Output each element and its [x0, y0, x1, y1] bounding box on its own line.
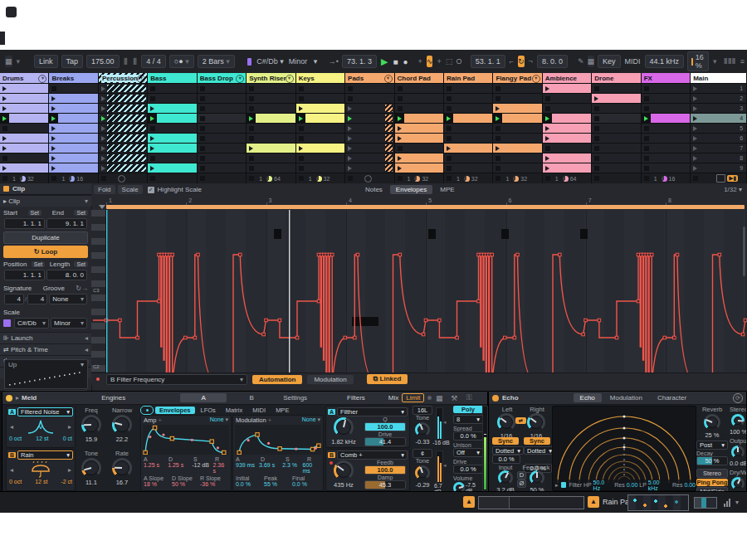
clip-stop-button[interactable] — [642, 94, 690, 103]
clip-stop-button[interactable] — [296, 124, 344, 133]
clip-slot[interactable] — [345, 114, 393, 123]
scene-launch-button[interactable]: 2 — [691, 94, 746, 103]
clip-stop-button[interactable] — [493, 163, 541, 173]
groove-commit-icon[interactable]: ↻→ — [76, 285, 88, 292]
clip-slot[interactable] — [345, 153, 393, 163]
clip-stop-button[interactable] — [148, 124, 196, 133]
track-header[interactable]: Pads▾ — [345, 73, 393, 83]
clip-stop-button[interactable] — [148, 94, 196, 103]
unison-select[interactable]: Off▾ — [453, 448, 483, 457]
loop-start-field[interactable]: 53. 1. 1 — [471, 55, 505, 68]
scene-launch-button[interactable]: 3 — [691, 104, 746, 113]
clip-slot[interactable] — [0, 94, 48, 103]
clip-stop-button[interactable] — [247, 134, 295, 143]
keyboard-icon[interactable]: ▦ — [433, 392, 445, 404]
reverb-position-select[interactable]: Post▾ — [696, 441, 728, 450]
automation-tab[interactable]: Automation — [252, 375, 302, 384]
clip-slot[interactable] — [0, 114, 48, 123]
clip-slot[interactable] — [49, 153, 97, 163]
clip-slot[interactable] — [99, 134, 147, 143]
engine-b-select[interactable]: Rain▾ — [17, 450, 73, 460]
clip-slot[interactable] — [49, 144, 97, 153]
input-gain-knob[interactable]: 3.2 dB — [494, 470, 517, 494]
clip-slot[interactable] — [543, 163, 591, 173]
clip-stop-button[interactable] — [642, 124, 690, 133]
clip-stop-button[interactable] — [0, 124, 48, 133]
clip-stop-button[interactable] — [592, 144, 640, 153]
dry-wet-knob[interactable]: 59 % — [730, 477, 746, 489]
track-header[interactable]: Bass Drop▾ — [198, 73, 246, 83]
clip-slot[interactable] — [49, 134, 97, 143]
clip-slot[interactable] — [493, 114, 541, 123]
position-set-button[interactable]: Set — [32, 261, 46, 267]
clip-stop-button[interactable] — [493, 153, 541, 163]
decay-field[interactable]: 1.25 s — [168, 462, 192, 474]
clip-stop-button[interactable] — [345, 94, 393, 103]
clip-stop-button[interactable] — [395, 94, 443, 103]
clip-slot[interactable] — [148, 104, 196, 113]
clip-stop-button[interactable] — [247, 163, 295, 173]
semitone-field[interactable]: 12 st — [36, 436, 48, 441]
scale-root-select[interactable]: C#/Db▾ — [14, 318, 49, 329]
clip-stop-button[interactable] — [148, 153, 196, 163]
semitone-field[interactable]: 12 st — [35, 479, 47, 485]
feedback-d-toggle[interactable]: D — [517, 471, 526, 480]
engine-a-select[interactable]: Filtered Noise▾ — [17, 407, 73, 416]
track-header[interactable]: Bass — [148, 73, 196, 83]
clip-slot[interactable] — [592, 94, 640, 103]
clip-stop-button[interactable] — [592, 84, 640, 93]
show-device-view-button[interactable]: ▲ — [588, 496, 599, 508]
clip-section-header[interactable]: ▸ Clip▾ — [0, 195, 91, 207]
overview-icon[interactable] — [716, 174, 725, 183]
clip-stop-button[interactable] — [543, 144, 591, 153]
clip-stop-button[interactable] — [543, 94, 591, 103]
follow-icon[interactable]: →• — [329, 56, 339, 67]
clip-stop-button[interactable] — [198, 104, 246, 113]
engine-b-tab[interactable]: B — [228, 393, 275, 402]
clip-stop-button[interactable] — [247, 124, 295, 133]
narrow-knob[interactable]: Narrow22.2 — [107, 407, 137, 443]
clip-stop-button[interactable] — [247, 94, 295, 103]
a-slope-field[interactable]: 18 % — [144, 481, 172, 487]
clip-stop-button[interactable] — [592, 153, 640, 163]
loop-start-marker[interactable] — [99, 205, 105, 209]
lock-icon[interactable]: ⚿ — [463, 392, 475, 404]
left-sync-toggle[interactable]: Sync — [492, 437, 519, 445]
clip-slot[interactable] — [49, 114, 97, 123]
pitch-time-section[interactable]: ⇄ Pitch & Time◂ — [0, 343, 91, 355]
clip-stop-button[interactable] — [198, 153, 246, 163]
mix-tone-b-knob[interactable]: Tone-0.29 — [411, 457, 434, 489]
modulation-tab[interactable]: Modulation — [307, 375, 353, 384]
clip-slot[interactable] — [247, 114, 295, 123]
scene-launch-button[interactable]: 8 — [691, 153, 746, 163]
rate-knob[interactable]: Rate16.7 — [107, 450, 137, 486]
output-gain-knob[interactable]: 0.0 dB — [730, 446, 746, 467]
clip-slot[interactable] — [345, 134, 393, 143]
character-tab[interactable]: Character — [651, 393, 693, 402]
envelope-parameter-select[interactable]: B Filter Frequency▾ — [106, 374, 247, 385]
voices-select[interactable]: 8▾ — [453, 415, 483, 424]
loop-toggle-button[interactable]: ↻ Loop — [3, 246, 88, 258]
punch-in-icon[interactable]: ⌐ — [509, 56, 515, 67]
clip-stop-button[interactable] — [296, 134, 344, 143]
clip-stop-button[interactable] — [592, 134, 640, 143]
spread-field[interactable]: 0.0 % — [453, 431, 483, 441]
clip-stop-button[interactable] — [296, 84, 344, 93]
clip-slot[interactable] — [99, 124, 147, 133]
sig-numerator-field[interactable]: 4 — [4, 294, 24, 304]
clip-stop-button[interactable] — [444, 104, 492, 113]
clip-slot[interactable] — [395, 114, 443, 123]
device-chain-thumbnail[interactable] — [627, 494, 689, 511]
release-field[interactable]: 600 ms — [303, 462, 321, 474]
scene-launch-button[interactable]: 5 — [691, 124, 746, 133]
clip-slot[interactable] — [543, 124, 591, 133]
track-status-display[interactable] — [198, 173, 246, 183]
track-fold-icon[interactable]: ▾ — [38, 75, 46, 83]
stereo-link-icon[interactable]: ⇄ — [515, 417, 526, 424]
track-status-display[interactable]: 164 — [247, 173, 295, 183]
clip-stop-button[interactable] — [296, 153, 344, 163]
clip-slot[interactable] — [0, 84, 48, 93]
clip-stop-button[interactable] — [444, 163, 492, 173]
track-status-display[interactable]: 116 — [642, 173, 690, 183]
clip-slot[interactable] — [296, 144, 344, 153]
